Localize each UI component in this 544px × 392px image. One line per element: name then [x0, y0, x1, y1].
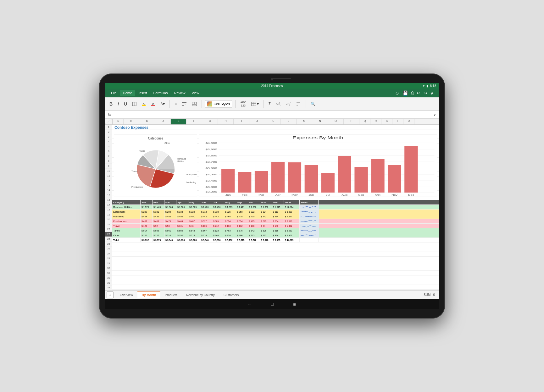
formula-expand-icon[interactable]: ∨ — [433, 112, 436, 117]
cells-area[interactable]: Contoso Expenses Categories — [112, 125, 439, 290]
svg-rect-10 — [192, 102, 194, 104]
col-header-q[interactable]: Q — [359, 119, 370, 124]
tab-overview[interactable]: Overview — [115, 291, 137, 298]
table-row-taxes[interactable]: Taxes $ 514 $ 556 $ 561 $ 586 $ 542 $ 56… — [112, 228, 439, 233]
bar-chart-container[interactable]: Expenses By Month $4,000 $3,900 $3,800 $… — [199, 134, 437, 197]
add-sheet-button[interactable]: + — [107, 291, 114, 298]
table-row-rent[interactable]: Rent and Utilities $ 1,570 $ 1,469 $ 1,3… — [112, 205, 439, 210]
tab-customers[interactable]: Customers — [219, 291, 243, 298]
col-header-o[interactable]: O — [328, 119, 344, 124]
svg-rect-13 — [252, 102, 256, 106]
col-header-f[interactable]: F — [186, 119, 202, 124]
cell-rent-trend — [300, 205, 319, 209]
bar-oct — [371, 159, 384, 193]
label-taxes: Taxes — [139, 150, 145, 152]
header-jul: Jul — [212, 200, 224, 204]
share-icon[interactable]: ⎙ — [411, 90, 414, 95]
col-header-i[interactable]: I — [234, 119, 249, 124]
find-button[interactable]: 🔍 — [309, 101, 317, 107]
border-button[interactable] — [130, 101, 138, 107]
wrap-text-button[interactable] — [180, 101, 188, 107]
menu-file[interactable]: File — [108, 90, 120, 96]
save-icon[interactable]: 💾 — [402, 90, 408, 95]
col-header-s[interactable]: S — [381, 119, 392, 124]
battery-icon: ▮ — [426, 84, 428, 88]
header-apr: Apr — [176, 200, 188, 204]
font-size-button[interactable]: A▾ — [159, 101, 166, 107]
sheet-main-content: 1 2 3 4 5 6 7 8 9 10 11 12 13 14 15 16 1 — [105, 125, 439, 290]
svg-text:Apr: Apr — [275, 194, 280, 196]
col-header-k[interactable]: K — [265, 119, 281, 124]
label-equipment: Equipment — [186, 173, 197, 176]
menu-home[interactable]: Home — [120, 90, 135, 96]
col-header-u[interactable]: U — [403, 119, 414, 124]
row-num-25: 25 — [105, 242, 112, 247]
status-bar: 2014 Expenses ▾ ▮ 8:18 — [105, 83, 439, 89]
table-row-equipment[interactable]: Equipment $ 250 $ 331 $ 299 $ 333 $ 324 … — [112, 210, 439, 214]
menu-formulas[interactable]: Formulas — [150, 90, 171, 96]
cell-styles-button[interactable]: Cell Styles — [205, 100, 232, 108]
align-left-button[interactable]: ≡ — [173, 101, 178, 107]
svg-rect-8 — [182, 104, 185, 104]
table-row-32 — [112, 242, 439, 247]
tab-by-month[interactable]: By Month — [137, 291, 161, 298]
col-header-j[interactable]: J — [249, 119, 265, 124]
col-header-n[interactable]: N — [312, 119, 328, 124]
abc123-button[interactable]: ABC123 — [239, 100, 248, 108]
table-row-freelancers[interactable]: Freelancers $ 467 $ 463 $ 475 $ 464 $ 48… — [112, 219, 439, 224]
svg-text:Oct: Oct — [375, 194, 380, 196]
table-row-other[interactable]: Other $ 205 $ 227 $ 310 $ 192 $ 213 $ 21… — [112, 233, 439, 238]
sort-az-button[interactable]: AZ — [274, 101, 282, 107]
nav-back-button[interactable]: ← — [247, 302, 252, 307]
redo-icon[interactable]: ↪ — [424, 90, 427, 95]
bar-chart-svg: Expenses By Month $4,000 $3,900 $3,800 $… — [199, 134, 437, 197]
col-header-e[interactable]: E — [171, 119, 186, 124]
font-color-button[interactable]: A — [149, 101, 157, 107]
table-row-travel[interactable]: Travel $ 123 $ 92 $ 58 $ 131 $ 46 $ 105 … — [112, 224, 439, 228]
table-row-marketing[interactable]: Marketing $ 463 $ 432 $ 482 $ 492 $ 491 … — [112, 214, 439, 219]
menu-view[interactable]: View — [189, 90, 203, 96]
divider-2 — [202, 100, 202, 108]
col-header-l[interactable]: L — [281, 119, 297, 124]
undo-icon[interactable]: ↩ — [417, 90, 420, 95]
col-header-a[interactable]: A — [113, 119, 124, 124]
corner-cell — [105, 119, 113, 124]
svg-text:Jul: Jul — [326, 194, 330, 196]
col-header-m[interactable]: M — [297, 119, 312, 124]
tab-revenue-by-country[interactable]: Revenue by Country — [182, 291, 219, 298]
collapse-icon[interactable]: ∧ — [430, 90, 434, 95]
menu-review[interactable]: Review — [171, 90, 188, 96]
row-num-17: 17 — [105, 203, 112, 208]
svg-text:Dec: Dec — [408, 194, 414, 196]
col-header-t[interactable]: T — [392, 119, 403, 124]
col-header-c[interactable]: C — [139, 119, 155, 124]
svg-rect-9 — [182, 105, 184, 106]
header-trend: Trend — [300, 200, 319, 204]
tab-products[interactable]: Products — [160, 291, 181, 298]
col-header-d[interactable]: D — [155, 119, 171, 124]
table-button[interactable]: ▾ — [250, 101, 260, 107]
row-num-6: 6 — [105, 149, 112, 154]
nav-recents-button[interactable]: ▣ — [292, 302, 297, 307]
row-num-23: 23 — [105, 232, 112, 237]
emoji-icon[interactable]: ☺ — [395, 90, 399, 95]
col-header-g[interactable]: G — [202, 119, 218, 124]
col-header-b[interactable]: B — [124, 119, 139, 124]
bold-button[interactable]: B — [108, 101, 114, 107]
col-header-h[interactable]: H — [218, 119, 234, 124]
formula-input[interactable] — [119, 113, 431, 117]
pie-chart-container[interactable]: Categories — [114, 134, 197, 197]
col-header-r[interactable]: R — [370, 119, 381, 124]
underline-button[interactable]: U — [122, 101, 129, 107]
nav-home-button[interactable]: □ — [271, 302, 273, 307]
highlight-button[interactable]: A — [140, 101, 147, 107]
col-header-p[interactable]: P — [344, 119, 359, 124]
format-button[interactable] — [190, 101, 198, 107]
sum-button[interactable]: Σ — [267, 101, 272, 107]
menu-insert[interactable]: Insert — [135, 90, 150, 96]
sort-custom-button[interactable] — [294, 101, 303, 107]
sort-za-button[interactable]: ZA — [284, 101, 292, 107]
italic-button[interactable]: I — [116, 101, 120, 107]
table-row-total[interactable]: Total $ 3,592 $ 3,570 $ 3,549 $ 3,698 $ … — [112, 238, 439, 242]
svg-rect-7 — [182, 102, 186, 103]
